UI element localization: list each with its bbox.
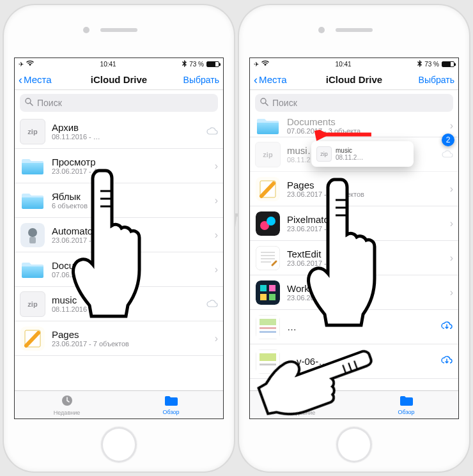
search-placeholder: Поиск — [37, 98, 62, 108]
clock-icon — [296, 394, 309, 408]
folder-tab-icon — [164, 395, 178, 408]
list-item[interactable]: Просмотр23.06.2017 - 4 … › — [15, 149, 223, 183]
bluetooth-icon — [417, 60, 422, 68]
list-item[interactable]: zip music08.11.2016 - ↑ 0 КБ — [15, 287, 223, 321]
speaker-slot — [336, 28, 373, 32]
cloud-icon — [439, 149, 453, 160]
select-button[interactable]: Выбрать — [183, 75, 219, 85]
zip-icon: zip — [255, 142, 281, 167]
back-button[interactable]: ‹ Места — [19, 74, 52, 86]
folder-tab-icon — [399, 395, 414, 408]
list-item[interactable]: zip Архив08.11.2016 - … — [15, 114, 223, 149]
list-item[interactable]: Pixelmator23.06.2017 - 25… › — [250, 206, 458, 241]
file-list: zip Архив08.11.2016 - … Просмотр23.06.20… — [15, 114, 223, 356]
speaker-slot — [100, 28, 137, 32]
svg-rect-26 — [260, 319, 276, 325]
folder-icon — [20, 153, 45, 179]
chevron-left-icon: ‹ — [254, 74, 258, 86]
tab-recent[interactable]: Недавние — [250, 391, 354, 418]
svg-line-9 — [265, 103, 268, 105]
chevron-right-icon: › — [444, 287, 453, 298]
nav-bar: ‹ Места iCloud Drive Выбрать — [250, 70, 458, 90]
cloud-download-icon[interactable] — [439, 355, 453, 368]
chevron-right-icon: › — [209, 333, 218, 344]
phone-mockup-right: ✈︎ 10:41 73 % ‹ Места iCloud Drive Выбра… — [239, 5, 469, 472]
status-time: 10:41 — [336, 61, 352, 68]
zip-icon: zip — [316, 146, 332, 162]
svg-point-14 — [267, 217, 275, 226]
list-item[interactable]: Documents07.06.2017 - 3 объекта › — [15, 252, 223, 287]
chevron-right-icon: › — [209, 160, 218, 172]
camera-dot — [83, 27, 89, 33]
document-icon — [255, 314, 281, 340]
svg-rect-24 — [269, 294, 275, 300]
phone-mockup-left: ✈︎ 10:41 73 % ‹ Места iCloud Drive Выбра — [4, 5, 234, 472]
svg-rect-31 — [260, 364, 276, 365]
svg-rect-4 — [29, 237, 36, 243]
bluetooth-icon — [182, 60, 187, 68]
svg-rect-20 — [256, 280, 280, 305]
battery-pct: 73 % — [424, 61, 439, 68]
home-button[interactable] — [101, 427, 137, 463]
pages-icon — [20, 326, 45, 351]
textedit-icon — [255, 245, 281, 271]
document-icon — [255, 349, 281, 374]
airplane-icon: ✈︎ — [19, 61, 24, 68]
svg-point-3 — [28, 228, 37, 237]
search-placeholder: Поиск — [272, 98, 297, 108]
tab-browse[interactable]: Обзор — [354, 391, 458, 418]
cloud-icon — [204, 298, 218, 310]
folder-icon — [20, 257, 45, 282]
chevron-right-icon: › — [444, 120, 453, 132]
search-field[interactable]: Поиск — [20, 94, 218, 112]
svg-line-1 — [30, 103, 33, 105]
status-time: 10:41 — [100, 61, 116, 68]
list-item[interactable]: Documents07.06.2017 - 3 объекта › — [250, 114, 458, 137]
wifi-icon — [26, 60, 34, 68]
workflow-icon — [255, 280, 281, 305]
folder-icon — [20, 188, 45, 213]
list-item[interactable]: Workflow23.06.2017 - 0 объектов › — [250, 275, 458, 310]
list-item[interactable]: Яблык6 объектов › — [15, 183, 223, 218]
folder-icon — [255, 117, 281, 135]
tab-bar: Недавние Обзор — [250, 390, 458, 418]
list-item[interactable]: Automator23.06.2017 - … › — [15, 218, 223, 252]
tab-recent[interactable]: Недавние — [15, 391, 119, 418]
chevron-left-icon: ‹ — [19, 74, 22, 86]
list-item[interactable]: TextEdit23.06.2017 - … › — [250, 241, 458, 275]
list-item[interactable]: Pages23.06.2017 - 7 объектов › — [15, 321, 223, 356]
chevron-right-icon: › — [444, 183, 453, 195]
pages-icon — [255, 176, 281, 202]
svg-rect-28 — [260, 331, 276, 333]
tab-browse[interactable]: Обзор — [119, 391, 223, 418]
svg-rect-23 — [260, 294, 267, 300]
list-item[interactable]: …y-06-… — [250, 344, 458, 379]
back-button[interactable]: ‹ Места — [254, 74, 287, 86]
chevron-right-icon: › — [209, 264, 218, 275]
status-bar: ✈︎ 10:41 73 % — [250, 58, 458, 70]
list-item[interactable]: … — [250, 310, 458, 344]
nav-bar: ‹ Места iCloud Drive Выбрать — [15, 70, 223, 90]
home-button[interactable] — [336, 427, 372, 463]
search-icon — [25, 98, 33, 108]
battery-icon — [442, 61, 454, 67]
select-button[interactable]: Выбрать — [419, 75, 454, 85]
pixelmator-icon — [255, 211, 281, 236]
search-field[interactable]: Поиск — [255, 94, 453, 112]
svg-rect-21 — [260, 285, 267, 291]
screen-right: ✈︎ 10:41 73 % ‹ Места iCloud Drive Выбра… — [249, 58, 459, 419]
battery-pct: 73 % — [189, 61, 204, 68]
wifi-icon — [261, 60, 269, 68]
svg-rect-15 — [256, 246, 280, 270]
chevron-right-icon: › — [444, 218, 453, 229]
zip-icon: zip — [20, 119, 45, 144]
drag-preview: zip music 08.11.2… — [311, 141, 414, 167]
selection-count-badge: 2 — [442, 134, 454, 146]
svg-rect-30 — [260, 353, 276, 361]
svg-rect-29 — [256, 349, 280, 374]
chevron-right-icon: › — [444, 252, 453, 264]
cloud-download-icon[interactable] — [439, 321, 453, 334]
camera-dot — [318, 27, 325, 33]
list-item[interactable]: Pages23.06.2017 - 7 объектов › — [250, 172, 458, 206]
search-icon — [260, 98, 268, 108]
